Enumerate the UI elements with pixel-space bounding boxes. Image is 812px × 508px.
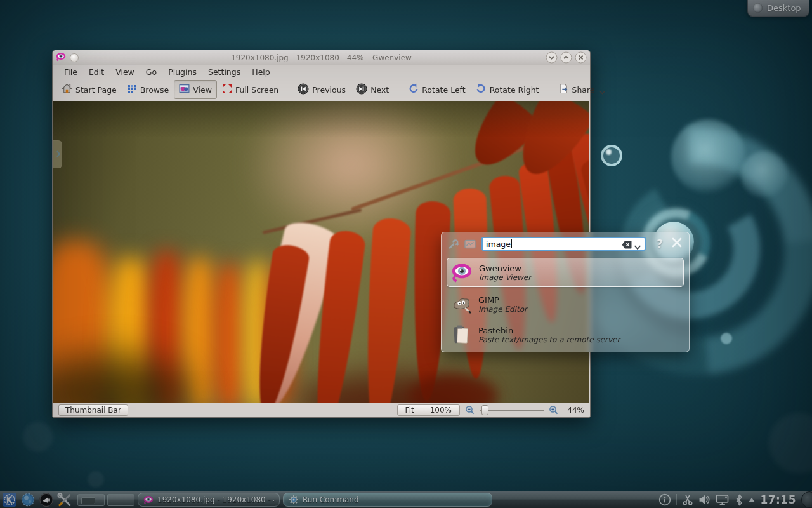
zoom-slider[interactable]	[480, 404, 544, 416]
chevron-right-icon	[55, 151, 61, 157]
full-screen-label: Full Screen	[235, 85, 278, 95]
result-description: Image Editor	[478, 305, 527, 314]
krunner-close-icon[interactable]	[671, 237, 683, 251]
zoom-100-button[interactable]: 100%	[422, 405, 459, 415]
rotate-left-icon	[408, 83, 419, 96]
result-pastebin[interactable]: Pastebin Paste text/images to a remote s…	[447, 320, 684, 349]
network-monitor-icon[interactable]	[716, 494, 730, 506]
menu-help[interactable]: Help	[246, 66, 276, 78]
zoom-out-icon[interactable]	[465, 405, 475, 415]
previous-button[interactable]: Previous	[292, 80, 351, 100]
thumbnail-bar-button[interactable]: Thumbnail Bar	[58, 404, 128, 416]
toolbar: Start Page Browse View Full Screen Previ…	[53, 79, 589, 100]
taskbar-panel: 1920x1080.jpg - 1920x1080 - 44% – G Run …	[0, 491, 812, 508]
window-title: 1920x1080.jpg - 1920x1080 - 44% – Gwenvi…	[53, 53, 590, 62]
menu-edit[interactable]: Edit	[83, 66, 110, 78]
titlebar[interactable]: 1920x1080.jpg - 1920x1080 - 44% – Gwenvi…	[53, 50, 590, 65]
kickoff-launcher-icon[interactable]	[2, 492, 17, 507]
previous-icon	[298, 83, 309, 97]
result-gwenview[interactable]: Gwenview Image Viewer	[447, 258, 684, 287]
wallpaper-bubble	[721, 333, 732, 344]
keep-on-all-desktops-button[interactable]	[70, 53, 79, 62]
search-query: image	[486, 239, 511, 249]
gwenview-app-icon	[143, 495, 154, 505]
share-icon	[558, 83, 569, 96]
start-page-button[interactable]: Start Page	[56, 80, 122, 99]
full-screen-button[interactable]: Full Screen	[217, 81, 284, 99]
slider-track	[480, 410, 544, 411]
search-input[interactable]: image	[481, 237, 646, 251]
chevron-down-icon	[599, 87, 605, 97]
result-description: Image Viewer	[479, 273, 531, 282]
klipper-scissors-icon[interactable]	[682, 494, 693, 505]
krunner-toolbar: image ?	[442, 232, 689, 255]
close-button[interactable]	[575, 51, 587, 64]
menu-view[interactable]: View	[110, 66, 140, 78]
menu-plugins[interactable]: Plugins	[162, 66, 202, 78]
volume-icon[interactable]	[698, 494, 710, 505]
rotate-right-button[interactable]: Rotate Right	[471, 80, 544, 99]
sidebar-expander[interactable]	[53, 140, 62, 168]
zoom-in-icon[interactable]	[549, 405, 559, 415]
next-button[interactable]: Next	[351, 80, 394, 100]
help-button[interactable]: ?	[657, 237, 663, 250]
krunner-dialog: image ? Gwenview Image Viewer	[441, 232, 690, 352]
krunner-results: Gwenview Image Viewer GIMP Image Editor	[442, 255, 689, 352]
wallpaper-bubble	[769, 413, 812, 474]
wallpaper-bubble	[741, 151, 788, 198]
minimize-button[interactable]	[546, 51, 558, 64]
rotate-right-label: Rotate Right	[490, 85, 539, 95]
browse-grid-icon	[127, 84, 137, 96]
previous-label: Previous	[312, 85, 346, 95]
panel-clock[interactable]: 17:15	[760, 493, 796, 506]
globe-gear-icon[interactable]	[20, 492, 36, 507]
view-button[interactable]: View	[174, 80, 217, 99]
panel-cashew-icon[interactable]	[801, 491, 812, 508]
pastebin-clipboard-icon	[450, 324, 472, 345]
menu-settings[interactable]: Settings	[202, 66, 246, 78]
browse-button[interactable]: Browse	[122, 81, 174, 99]
pager-desktop-2[interactable]	[107, 494, 134, 506]
maximize-button[interactable]	[560, 51, 572, 64]
configure-wrench-icon[interactable]	[448, 239, 459, 250]
clear-input-icon[interactable]	[622, 239, 632, 248]
fit-button[interactable]: Fit	[398, 405, 422, 415]
megaphone-icon[interactable]	[39, 492, 54, 507]
rotate-left-button[interactable]: Rotate Left	[403, 80, 470, 99]
result-description: Paste text/images to a remote server	[478, 335, 620, 344]
desktop-toolbox-button[interactable]: Desktop	[747, 0, 809, 17]
share-button[interactable]: Share	[553, 80, 610, 100]
bluetooth-icon[interactable]	[735, 494, 743, 506]
slider-handle[interactable]	[481, 405, 488, 415]
system-tools-icon[interactable]	[57, 492, 72, 507]
task-gwenview[interactable]: 1920x1080.jpg - 1920x1080 - 44% – G	[138, 493, 280, 507]
menu-go[interactable]: Go	[140, 66, 162, 78]
rotate-left-label: Rotate Left	[422, 85, 465, 95]
zoom-mode-buttons: Fit 100%	[397, 404, 460, 416]
next-icon	[356, 83, 367, 97]
wallpaper-bubble	[671, 119, 746, 194]
rotate-right-icon	[476, 83, 487, 96]
cashew-icon	[753, 3, 763, 13]
result-name: Gwenview	[479, 264, 531, 273]
notifications-info-icon[interactable]	[658, 493, 671, 506]
gwenview-app-icon	[56, 51, 66, 64]
next-label: Next	[370, 85, 389, 95]
result-name: Pastebin	[478, 326, 620, 335]
tray-separator	[676, 494, 677, 505]
pager-desktop-1[interactable]	[77, 494, 105, 506]
result-gimp[interactable]: GIMP Image Editor	[447, 290, 684, 319]
wallpaper-bubble	[601, 145, 622, 166]
browse-label: Browse	[140, 85, 169, 95]
pager-window-thumb	[81, 497, 95, 504]
menu-file[interactable]: File	[58, 66, 83, 78]
zoom-level-value: 44%	[564, 406, 584, 415]
desktop-toolbox-label: Desktop	[767, 3, 801, 13]
task-run-command[interactable]: Run Command	[283, 493, 492, 507]
system-activity-icon[interactable]	[464, 239, 476, 249]
tray-expand-arrow-icon[interactable]	[749, 498, 755, 502]
completion-dropdown-icon[interactable]	[634, 241, 643, 248]
share-label: Share	[572, 85, 595, 95]
statusbar: Thumbnail Bar Fit 100% 44%	[53, 403, 589, 417]
wallpaper-bubble	[88, 471, 104, 488]
